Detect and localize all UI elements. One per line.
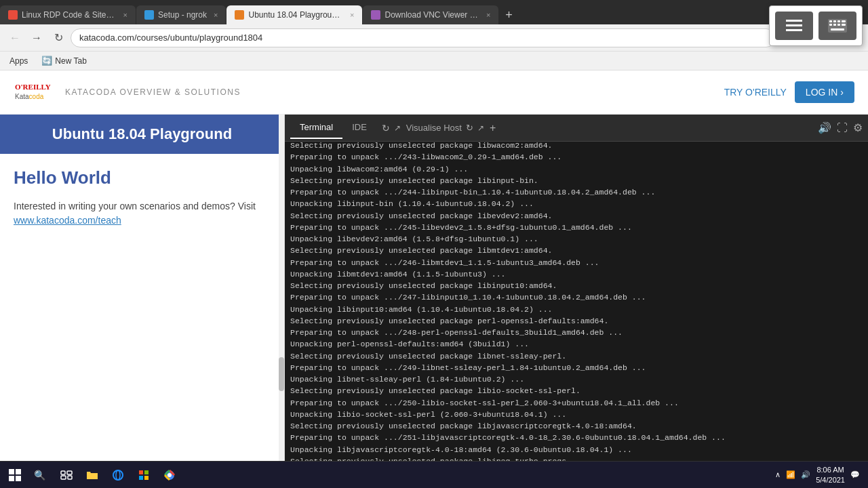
tab-close-tab4[interactable]: ×: [486, 11, 490, 19]
tab-close-tab2[interactable]: ×: [214, 11, 218, 19]
taskbar-search-button[interactable]: 🔍: [27, 463, 52, 487]
terminal-line: Selecting previously unselected package …: [290, 142, 863, 151]
terminal-line: Selecting previously unselected package …: [290, 175, 863, 186]
tab-favicon-tab2: [144, 10, 154, 20]
taskbar-app-ie[interactable]: [106, 463, 130, 487]
refresh-terminal-icon[interactable]: ↻: [382, 123, 390, 134]
taskbar-volume-icon[interactable]: 🔊: [801, 470, 810, 479]
login-arrow-icon: ›: [840, 87, 844, 98]
terminal-line: Selecting previously unselected package …: [290, 210, 863, 222]
start-button[interactable]: [3, 463, 27, 487]
terminal-settings-icon[interactable]: ⚙: [853, 121, 863, 134]
bookmarks-bar: Apps 🔄 New Tab: [0, 52, 868, 70]
sidebar-title: Ubuntu 18.04 Playground: [14, 125, 271, 143]
forward-button[interactable]: →: [27, 28, 46, 47]
windows-taskbar: 🔍 ∧ 📶 🔊 8:06 AM 5/4/2021: [0, 461, 868, 488]
svg-text:O'REILLY: O'REILLY: [15, 83, 51, 91]
svg-rect-9: [833, 20, 836, 22]
taskbar-notification-icon[interactable]: 💬: [850, 470, 860, 479]
katacoda-nav-label: KATACODA OVERVIEW & SOLUTIONS: [65, 87, 241, 97]
sidebar-scrollbar-thumb[interactable]: [279, 357, 284, 391]
tab-close-tab1[interactable]: ×: [123, 11, 127, 19]
bookmark-newtab[interactable]: 🔄 New Tab: [37, 54, 90, 67]
terminal-line: Selecting previously unselected package …: [290, 245, 863, 256]
terminal-fullscreen-icon[interactable]: ⛶: [837, 122, 848, 134]
svg-rect-33: [144, 476, 149, 480]
taskbar-right: ∧ 📶 🔊 8:06 AM 5/4/2021 💬: [775, 465, 865, 485]
taskbar-app-taskview[interactable]: [54, 463, 79, 487]
svg-rect-5: [786, 24, 802, 26]
svg-rect-25: [67, 471, 72, 474]
refresh-button[interactable]: ↻: [49, 28, 68, 47]
try-oreilly-link[interactable]: TRY O'REILLY: [724, 87, 787, 98]
terminal-speaker-icon[interactable]: 🔊: [818, 121, 831, 134]
tab-favicon-tab1: [8, 10, 18, 20]
taskbar-network-icon[interactable]: 📶: [786, 470, 795, 479]
tab-close-tab3[interactable]: ×: [350, 11, 354, 19]
taskbar-app-store[interactable]: [132, 463, 156, 487]
sidebar-header: Ubuntu 18.04 Playground: [0, 115, 284, 154]
svg-rect-12: [829, 24, 832, 26]
taskbar-app-chrome[interactable]: [157, 463, 182, 487]
terminal-tab-actions: ↻ ↗: [382, 123, 401, 134]
terminal-line: Unpacking libwacom2:amd64 (0.29-1) ...: [290, 163, 863, 175]
terminal-line: Preparing to unpack .../246-libmtdev1_1.…: [290, 257, 863, 268]
terminal-line: Preparing to unpack .../247-libinput10_1…: [290, 291, 863, 303]
browser-tab-tab2[interactable]: Setup - ngrok×: [136, 5, 226, 24]
terminal-line: Selecting previously unselected package …: [290, 385, 863, 396]
new-tab-button[interactable]: +: [499, 5, 518, 24]
terminal-line: Preparing to unpack .../244-libinput-bin…: [290, 186, 863, 198]
sidebar-teach-link[interactable]: www.katacoda.com/teach: [14, 215, 121, 226]
apps-label: Apps: [9, 56, 28, 66]
browser-tab-tab4[interactable]: Download VNC Viewer | VNC...×: [363, 5, 498, 24]
popup-keyboard-button[interactable]: [818, 12, 856, 40]
svg-rect-32: [139, 476, 143, 480]
terminal-tab-terminal[interactable]: Terminal: [290, 117, 342, 139]
visualise-external-icon[interactable]: ↗: [477, 123, 484, 133]
terminal-line: Unpacking libmtdev1:amd64 (1.1.5-1ubuntu…: [290, 268, 863, 280]
page-wrapper: Linux RDP Code & Site Link×Setup - ngrok…: [0, 0, 868, 488]
tab-label-tab2: Setup - ngrok: [158, 10, 207, 20]
sidebar-body: Hello World Interested in writing your o…: [0, 154, 284, 241]
tabs-container: Linux RDP Code & Site Link×Setup - ngrok…: [0, 5, 499, 24]
terminal-output[interactable]: Selecting previously unselected package …: [285, 142, 868, 471]
svg-rect-10: [837, 20, 840, 22]
popup-menu-button[interactable]: [775, 12, 813, 40]
svg-rect-22: [9, 476, 14, 481]
tab-bar: Linux RDP Code & Site Link×Setup - ngrok…: [0, 0, 868, 24]
terminal-tab-ide[interactable]: IDE: [342, 117, 376, 139]
svg-rect-26: [61, 476, 66, 479]
vnc-popup: [769, 5, 863, 46]
svg-rect-20: [9, 469, 14, 474]
address-bar[interactable]: katacoda.com/courses/ubuntu/playground18…: [71, 28, 776, 47]
browser-content: O'REILLY Katacoda KATACODA OVERVIEW & SO…: [0, 70, 868, 488]
tab-label-tab3: Ubuntu 18.04 Playground | Kata...: [248, 10, 343, 20]
visualise-label: Visualise Host: [406, 123, 462, 133]
external-link-icon[interactable]: ↗: [394, 123, 401, 133]
newtab-label: New Tab: [55, 56, 86, 66]
tab-favicon-tab3: [235, 10, 244, 20]
oreilly-logo: O'REILLY Katacoda: [14, 79, 54, 106]
header-right: TRY O'REILLY LOG IN ›: [724, 81, 854, 103]
login-button[interactable]: LOG IN ›: [795, 81, 854, 103]
visualise-refresh-icon[interactable]: ↻: [466, 123, 473, 133]
svg-rect-6: [786, 29, 802, 31]
terminal-line: Unpacking perl-openssl-defaults:amd64 (3…: [290, 338, 863, 350]
svg-rect-15: [842, 24, 846, 26]
add-tab-button[interactable]: +: [490, 122, 496, 134]
taskbar-show-hidden-icon[interactable]: ∧: [775, 470, 781, 479]
svg-rect-30: [139, 470, 143, 474]
terminal-line: Selecting previously unselected package …: [290, 315, 863, 327]
terminal-line: Preparing to unpack .../251-libjavascrip…: [290, 432, 863, 443]
terminal-line: Unpacking libinput10:amd64 (1.10.4-1ubun…: [290, 304, 863, 315]
bookmark-apps[interactable]: Apps: [5, 55, 32, 67]
browser-tab-tab1[interactable]: Linux RDP Code & Site Link×: [0, 5, 136, 24]
browser-tab-tab3[interactable]: Ubuntu 18.04 Playground | Kata...×: [226, 5, 362, 24]
terminal-panel: Terminal IDE ↻ ↗ Visualise Host ↻ ↗ + 🔊: [285, 115, 868, 488]
back-button[interactable]: ←: [5, 28, 24, 47]
terminal-line: Selecting previously unselected package …: [290, 420, 863, 432]
svg-rect-8: [829, 20, 832, 22]
svg-rect-31: [144, 470, 149, 474]
taskbar-app-explorer[interactable]: [80, 463, 104, 487]
oreilly-logo-svg: O'REILLY Katacoda: [14, 79, 54, 106]
